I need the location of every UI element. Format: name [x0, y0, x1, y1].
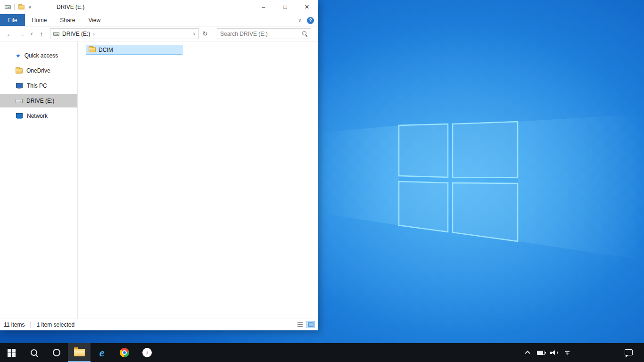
onedrive-folder-icon	[16, 68, 23, 74]
taskbar: e ♪	[0, 343, 644, 362]
details-view-button[interactable]	[296, 321, 304, 328]
status-bar: 11 items 1 item selected	[0, 319, 318, 330]
details-view-icon	[297, 322, 303, 327]
sidebar-item-label: DRIVE (E:)	[26, 98, 54, 104]
navigation-pane: ★ Quick access OneDrive This PC DRIVE (E…	[0, 41, 78, 319]
titlebar[interactable]: ∨ DRIVE (E:) – □ ×	[0, 0, 318, 14]
battery-icon	[537, 351, 545, 355]
search-icon	[30, 349, 38, 357]
search-input[interactable]	[220, 31, 302, 37]
windows-logo	[399, 122, 518, 241]
tab-file[interactable]: File	[0, 14, 25, 26]
file-list[interactable]: DCIM	[78, 41, 318, 319]
taskbar-search-button[interactable]	[23, 343, 45, 362]
sidebar-item-network[interactable]: Network	[0, 109, 77, 123]
tab-share[interactable]: Share	[53, 14, 82, 26]
system-tray	[523, 343, 571, 362]
chevron-right-icon[interactable]: ›	[93, 31, 95, 37]
cortana-circle-icon	[53, 349, 60, 356]
volume-tray-button[interactable]	[550, 348, 558, 357]
speaker-icon	[550, 350, 558, 356]
tab-view[interactable]: View	[82, 14, 107, 26]
chevron-down-icon[interactable]: ∨	[28, 5, 32, 9]
large-icons-view-button[interactable]	[306, 321, 315, 328]
battery-tray-button[interactable]	[537, 348, 545, 357]
sidebar-item-quick-access[interactable]: ★ Quick access	[0, 49, 77, 62]
chevron-up-icon	[525, 351, 530, 356]
light-beam-left	[318, 125, 399, 225]
quick-access-toolbar: ∨	[0, 4, 32, 10]
recent-locations-icon[interactable]: ∨	[28, 32, 35, 36]
ie-icon: e	[99, 347, 105, 358]
light-beam-right	[518, 114, 644, 260]
action-center-button[interactable]	[625, 349, 633, 355]
folder-icon	[74, 349, 85, 356]
large-icons-view-icon	[308, 322, 314, 327]
sound-wave-icon	[555, 351, 558, 355]
breadcrumb[interactable]: DRIVE (E:)	[62, 31, 90, 37]
tab-home[interactable]: Home	[25, 14, 53, 26]
close-button[interactable]: ×	[296, 0, 318, 14]
file-item-dcim[interactable]: DCIM	[86, 45, 182, 55]
minimize-button[interactable]: –	[253, 0, 274, 14]
ribbon-right-controls: ∨ ?	[298, 14, 314, 26]
drive-icon	[5, 5, 11, 9]
sidebar-item-label: OneDrive	[26, 67, 50, 74]
windows-logo-icon	[8, 349, 16, 357]
music-note-icon: ♪	[146, 350, 149, 355]
window-body: ★ Quick access OneDrive This PC DRIVE (E…	[0, 41, 318, 319]
search-box[interactable]	[217, 28, 311, 39]
sidebar-item-label: Network	[27, 113, 48, 119]
taskbar-buttons: e ♪	[0, 343, 158, 362]
address-dropdown-icon[interactable]: ∨	[193, 32, 196, 36]
file-explorer-taskbar-button[interactable]	[68, 343, 91, 362]
view-toggles	[296, 321, 315, 328]
selection-count: 1 item selected	[30, 321, 74, 328]
sidebar-item-onedrive[interactable]: OneDrive	[0, 64, 77, 77]
navigation-bar: ← → ∨ ↑ DRIVE (E:) › ∨ ↻	[0, 26, 318, 41]
chrome-icon	[120, 348, 129, 357]
internet-explorer-taskbar-button[interactable]: e	[91, 343, 113, 362]
network-tray-button[interactable]	[563, 348, 571, 357]
refresh-icon[interactable]: ↻	[200, 30, 210, 37]
maximize-button[interactable]: □	[274, 0, 296, 14]
item-count: 11 items	[4, 321, 25, 328]
start-button[interactable]	[0, 343, 23, 362]
window-title: DRIVE (E:)	[57, 4, 84, 10]
address-bar[interactable]: DRIVE (E:) › ∨	[50, 28, 199, 39]
chrome-taskbar-button[interactable]	[113, 343, 136, 362]
wifi-icon	[563, 350, 571, 355]
file-name: DCIM	[99, 47, 113, 53]
expand-ribbon-icon[interactable]: ∨	[298, 18, 301, 23]
forward-button[interactable]: →	[16, 30, 27, 38]
help-icon[interactable]: ?	[307, 17, 314, 24]
file-explorer-window: ∨ DRIVE (E:) – □ × File Home Share View …	[0, 0, 318, 330]
show-hidden-icons-button[interactable]	[523, 348, 532, 357]
sidebar-item-label: This PC	[27, 82, 47, 89]
ribbon-tabs: File Home Share View ∨ ?	[0, 14, 318, 26]
window-controls: – □ ×	[253, 0, 318, 14]
computer-icon	[16, 83, 23, 89]
network-icon	[16, 113, 23, 119]
itunes-taskbar-button[interactable]: ♪	[136, 343, 158, 362]
folder-icon[interactable]	[18, 5, 25, 9]
up-button[interactable]: ↑	[36, 30, 47, 38]
sidebar-item-drive-e[interactable]: DRIVE (E:)	[0, 94, 77, 107]
search-icon[interactable]	[302, 31, 308, 37]
itunes-icon: ♪	[142, 348, 152, 357]
sidebar-item-label: Quick access	[25, 52, 58, 59]
back-button[interactable]: ←	[4, 30, 15, 38]
drive-icon	[16, 99, 23, 103]
sidebar-item-this-pc[interactable]: This PC	[0, 79, 77, 92]
star-icon: ★	[16, 53, 21, 58]
cortana-button[interactable]	[45, 343, 68, 362]
drive-icon	[53, 32, 59, 36]
separator	[14, 4, 15, 10]
folder-icon	[89, 47, 96, 52]
